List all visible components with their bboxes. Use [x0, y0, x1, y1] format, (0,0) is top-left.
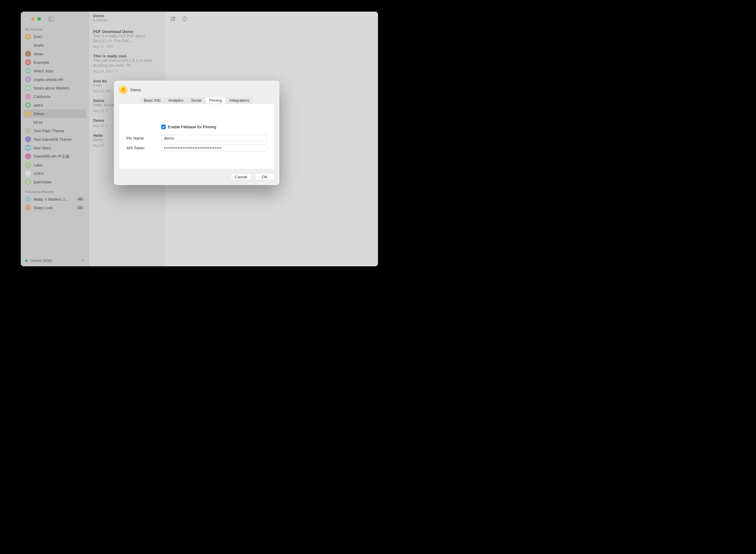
- enable-filebase-label: Enable Filebase for Pinning: [168, 125, 216, 129]
- pin-name-label: Pin Name: [126, 136, 161, 141]
- tab-pinning[interactable]: Pinning: [206, 98, 226, 104]
- modal-avatar-icon: 🐥: [119, 86, 127, 94]
- api-token-row: API Token: [126, 145, 267, 151]
- cancel-button[interactable]: Cancel: [231, 173, 252, 180]
- pin-name-row: Pin Name: [126, 135, 267, 142]
- tab-social[interactable]: Social: [187, 98, 206, 104]
- modal-footer: Cancel OK: [119, 173, 275, 180]
- enable-filebase-checkbox[interactable]: [161, 125, 166, 129]
- modal-tabs: Basic InfoAnalyticsSocialPinningIntegrat…: [119, 97, 275, 104]
- ok-button[interactable]: OK: [255, 173, 275, 180]
- tab-analytics[interactable]: Analytics: [165, 98, 187, 104]
- tab-basic-info[interactable]: Basic Info: [140, 98, 165, 104]
- api-token-input[interactable]: [161, 145, 267, 151]
- planet-settings-modal: 🐥 Demo Basic InfoAnalyticsSocialPinningI…: [114, 80, 279, 185]
- enable-filebase-row: Enable Filebase for Pinning: [161, 125, 267, 129]
- tab-integrations[interactable]: Integrations: [226, 98, 253, 104]
- pin-name-input[interactable]: [161, 135, 267, 142]
- pinning-panel: Enable Filebase for Pinning Pin Name API…: [119, 104, 275, 169]
- modal-title: Demo: [130, 88, 141, 92]
- modal-header: 🐥 Demo: [119, 86, 275, 94]
- api-token-label: API Token: [126, 146, 161, 150]
